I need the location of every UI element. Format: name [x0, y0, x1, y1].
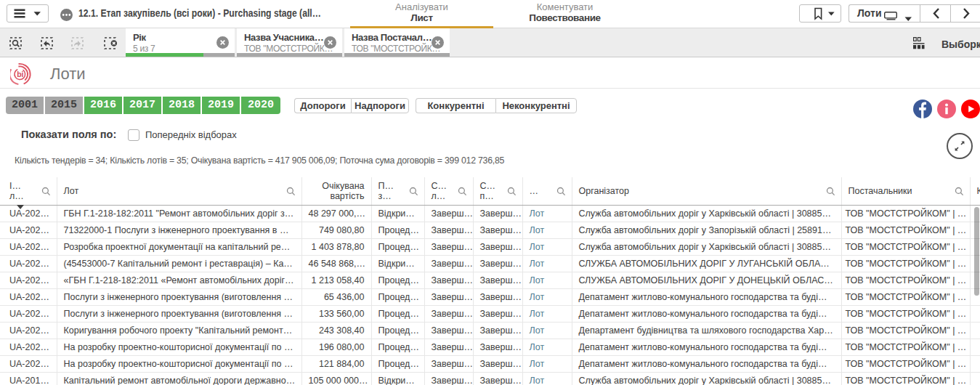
svg-text:bi: bi	[17, 70, 23, 78]
